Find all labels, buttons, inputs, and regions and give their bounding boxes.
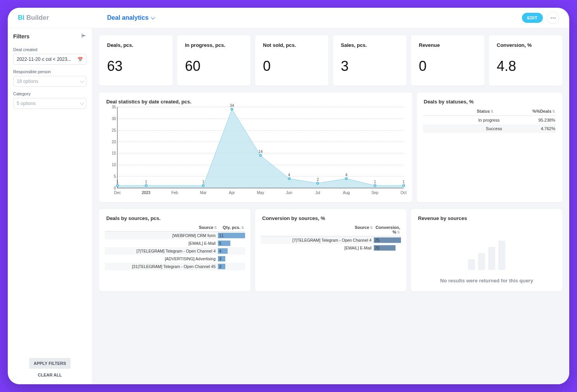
kpi-label: Conversion, % bbox=[497, 42, 555, 48]
chevron-down-icon bbox=[80, 79, 84, 83]
line-chart-point[interactable] bbox=[259, 154, 262, 157]
filters-header: Filters bbox=[13, 33, 86, 43]
x-tick: Mar bbox=[200, 191, 207, 195]
bar-cell[interactable]: 11 bbox=[218, 232, 245, 239]
bar-row: [ADVERTISING] Advertising3 bbox=[105, 255, 245, 263]
point-label: 1 bbox=[202, 180, 205, 184]
line-chart-point[interactable] bbox=[288, 177, 290, 180]
filter-label-category: Category bbox=[13, 91, 86, 96]
bar-label: [7|TELEGRAM] Telegram - Open Channel 4 bbox=[261, 238, 374, 242]
line-chart-point[interactable] bbox=[145, 184, 147, 187]
dot-icon bbox=[553, 17, 554, 19]
x-tick: Apr bbox=[229, 191, 235, 195]
x-tick: Sep bbox=[371, 191, 378, 195]
filter-deal-created[interactable]: 2022-11-20 ≤ col < 2023... 📅 bbox=[13, 54, 86, 65]
x-tick: Dec bbox=[114, 191, 121, 195]
collapse-sidebar-icon[interactable] bbox=[81, 33, 86, 40]
bar-value: 3 bbox=[219, 263, 221, 270]
status-pct: 4.762% bbox=[541, 126, 555, 131]
filter-label-responsible: Responsible person bbox=[13, 69, 86, 74]
x-tick: Oct bbox=[401, 191, 407, 195]
point-label: 1 bbox=[374, 180, 376, 184]
more-button[interactable] bbox=[547, 12, 559, 24]
kpi-value: 3 bbox=[341, 58, 399, 74]
status-head-col2: %%Deals bbox=[532, 109, 551, 113]
point-label: 4 bbox=[345, 173, 347, 177]
kpi-card: Conversion, %4.8 bbox=[489, 35, 562, 86]
x-tick: May bbox=[257, 191, 264, 195]
filter-category-placeholder: 5 options bbox=[17, 101, 36, 106]
logo-rest: Builder bbox=[26, 14, 49, 21]
card-revenue-by-sources: Revenue by sources No results were retur… bbox=[411, 209, 562, 291]
card-conversion-by-sources: Conversion by sources, % Source⇅ Convers… bbox=[255, 209, 406, 291]
deals-by-sources-table: Source⇅ Qty, pcs.⇅ [WEBFORM] CRM form11[… bbox=[99, 224, 250, 277]
conv-sources-head[interactable]: Source⇅ Conversion, %⇅ bbox=[261, 224, 401, 236]
kpi-card: Deals, pcs.63 bbox=[99, 35, 173, 86]
bar-cell[interactable]: 20 bbox=[374, 245, 401, 251]
line-chart[interactable]: 05101520253035Dec120231FebMar1Apr34May14… bbox=[105, 107, 406, 196]
line-chart-point[interactable] bbox=[202, 184, 205, 187]
kpi-value: 0 bbox=[419, 58, 477, 74]
logo-prefix: BI bbox=[18, 14, 26, 21]
row-sources: Deals by sources, pcs. Source⇅ Qty, pcs.… bbox=[99, 209, 562, 291]
bar-cell[interactable]: 4 bbox=[218, 248, 245, 254]
line-chart-point[interactable] bbox=[231, 108, 233, 110]
calendar-icon: 📅 bbox=[78, 57, 83, 62]
status-row: Success4.762% bbox=[423, 124, 556, 133]
dot-icon bbox=[551, 17, 552, 19]
bar-row: [EMAIL] E-Mail5 bbox=[105, 239, 245, 247]
kpi-value: 60 bbox=[185, 58, 243, 74]
bar-label: [EMAIL] E-Mail bbox=[261, 246, 374, 250]
filter-responsible[interactable]: 18 options bbox=[13, 76, 86, 87]
bar-value: 5 bbox=[219, 240, 221, 246]
topbar-actions: EDIT bbox=[522, 12, 559, 24]
apply-filters-button[interactable]: APPLY FILTERS bbox=[29, 358, 71, 369]
status-name: Success bbox=[424, 126, 541, 131]
kpi-label: Sales, pcs. bbox=[341, 42, 399, 48]
filter-category[interactable]: 5 options bbox=[13, 98, 86, 109]
line-chart-point[interactable] bbox=[345, 177, 348, 180]
bar-label: [ADVERTISING] Advertising bbox=[105, 256, 218, 261]
filter-deal-created-value: 2022-11-20 ≤ col < 2023... bbox=[17, 57, 71, 62]
conversion-by-sources-table: Source⇅ Conversion, %⇅ [7|TELEGRAM] Tele… bbox=[255, 224, 406, 258]
line-chart-point[interactable] bbox=[316, 182, 319, 185]
kpi-label: In progress, pcs. bbox=[185, 42, 243, 48]
point-label: 1 bbox=[403, 180, 405, 184]
status-table-head[interactable]: Status⇅ %%Deals⇅ bbox=[423, 107, 556, 116]
bar-label: [7|TELEGRAM] Telegram - Open Channel 4 bbox=[105, 249, 218, 253]
y-tick: 30 bbox=[107, 116, 116, 120]
kpi-label: Not sold, pcs. bbox=[263, 42, 321, 48]
deals-sources-head[interactable]: Source⇅ Qty, pcs.⇅ bbox=[105, 224, 245, 232]
x-tick: Aug bbox=[343, 191, 350, 195]
chevron-down-icon bbox=[151, 15, 155, 19]
conversion-by-sources-title: Conversion by sources, % bbox=[255, 209, 406, 224]
no-results-text: No results were returned for this query bbox=[440, 278, 533, 284]
sidebar: Filters Deal created 2022-11-20 ≤ col < … bbox=[8, 28, 92, 384]
bar-row: [7|TELEGRAM] Telegram - Open Channel 44 bbox=[105, 247, 245, 255]
bar-cell[interactable]: 3 bbox=[218, 256, 245, 262]
card-line-chart: Deal statistics by date created, pcs. 05… bbox=[99, 93, 412, 202]
kpi-card: In progress, pcs.60 bbox=[177, 35, 250, 86]
bar-cell[interactable]: 25 bbox=[374, 237, 401, 243]
line-chart-point[interactable] bbox=[373, 184, 376, 187]
y-tick: 10 bbox=[107, 163, 116, 167]
line-chart-point[interactable] bbox=[116, 184, 119, 187]
y-tick: 5 bbox=[107, 174, 116, 179]
logo: BI Builder bbox=[18, 14, 49, 22]
row-charts: Deal statistics by date created, pcs. 05… bbox=[99, 93, 562, 202]
page-title-dropdown[interactable]: Deal analytics bbox=[107, 14, 154, 21]
bar-cell[interactable]: 3 bbox=[218, 263, 245, 270]
sort-icon: ⇅ bbox=[397, 230, 400, 234]
bar-cell[interactable]: 5 bbox=[218, 240, 245, 246]
line-chart-point[interactable] bbox=[402, 184, 405, 187]
revenue-by-sources-title: Revenue by sources bbox=[411, 209, 562, 224]
bar-label: [EMAIL] E-Mail bbox=[105, 241, 218, 246]
edit-button[interactable]: EDIT bbox=[522, 13, 543, 23]
kpi-value: 4.8 bbox=[497, 58, 555, 74]
clear-filters-button[interactable]: CLEAR ALL bbox=[38, 373, 62, 377]
bar-label: [31|TELEGRAM] Telegram - Open Channel 45 bbox=[105, 264, 218, 269]
chevron-down-icon bbox=[80, 101, 84, 105]
x-tick: Jul bbox=[315, 191, 320, 195]
dot-icon bbox=[555, 17, 556, 19]
kpi-card: Sales, pcs.3 bbox=[333, 35, 406, 86]
